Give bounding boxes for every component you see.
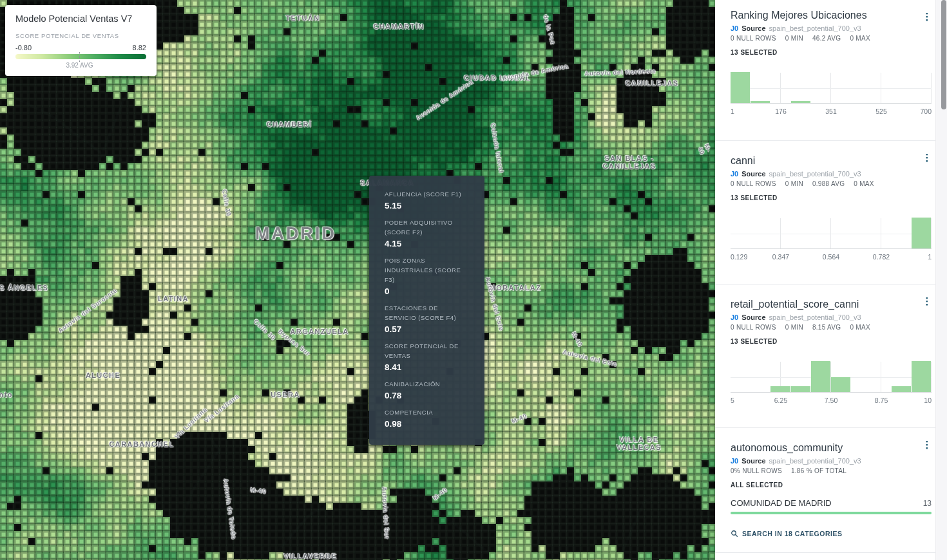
tooltip-item-label: CANIBALIZACIÓN bbox=[385, 379, 472, 389]
axis-tick-label: 8.75 bbox=[875, 397, 888, 404]
widget-canni: canni ⋮ J0Sourcespain_best_potential_700… bbox=[715, 141, 947, 285]
tooltip-item-value: 0.98 bbox=[385, 418, 472, 430]
axis-tick-label: 7.50 bbox=[825, 397, 837, 404]
tooltip-item-value: 0 bbox=[385, 286, 472, 297]
histogram-bar[interactable] bbox=[791, 386, 810, 392]
histogram-bar[interactable] bbox=[731, 72, 750, 103]
axis-tick-label: 0.564 bbox=[823, 253, 839, 261]
widgets-sidebar: Ranking Mejores Ubicaciones ⋮ J0Sourcesp… bbox=[715, 0, 947, 560]
stat-item: 0.988 AVG bbox=[812, 180, 845, 187]
tooltip-item-value: 5.15 bbox=[385, 200, 472, 212]
tooltip-item-value: 4.15 bbox=[385, 238, 472, 250]
kebab-menu-icon[interactable]: ⋮ bbox=[921, 438, 933, 451]
widget-title: canni bbox=[731, 155, 932, 167]
axis-tick-label: 525 bbox=[875, 107, 887, 115]
stat-item: 0 NULL ROWS bbox=[731, 35, 776, 42]
legend-subtitle: SCORE POTENCIAL DE VENTAS bbox=[15, 32, 146, 39]
histogram-bar[interactable] bbox=[770, 386, 790, 392]
tooltip-item: COMPETENCIA0.98 bbox=[385, 407, 472, 430]
tooltip-item: POIS ZONAS INDUSTRIALES (SCORE F3)0 bbox=[385, 256, 472, 297]
widget-ranking-mejores-ubicaciones: Ranking Mejores Ubicaciones ⋮ J0Sourcesp… bbox=[715, 0, 947, 141]
histogram-bar[interactable] bbox=[751, 101, 770, 103]
stat-item: 0 NULL ROWS bbox=[731, 180, 776, 187]
stat-item: 0 MIN bbox=[785, 180, 803, 187]
tooltip-item: CANIBALIZACIÓN0.78 bbox=[385, 379, 472, 402]
histogram-bar[interactable] bbox=[791, 101, 810, 103]
kebab-menu-icon[interactable]: ⋮ bbox=[921, 151, 933, 164]
widget-title: Ranking Mejores Ubicaciones bbox=[731, 10, 932, 21]
widget-stats: 0 NULL ROWS0 MIN0.988 AVG0 MAX bbox=[731, 180, 932, 187]
tooltip-item-label: POIS ZONAS INDUSTRIALES (SCORE F3) bbox=[385, 256, 472, 285]
widget-autonomous-community: autonomous_community ⋮ J0Sourcespain_bes… bbox=[715, 428, 947, 553]
stat-item: 46.2 AVG bbox=[812, 35, 841, 42]
category-row[interactable]: COMUNIDAD DE MADRID 13 bbox=[731, 498, 932, 508]
map-canvas[interactable] bbox=[0, 0, 715, 560]
sidebar-scrollbar-thumb[interactable] bbox=[941, 0, 946, 109]
histogram bbox=[731, 362, 932, 393]
source-value: spain_best_potential_700_v3 bbox=[769, 457, 861, 465]
axis-tick-label: 351 bbox=[825, 107, 837, 115]
tooltip-item: AFLUENCIA (SCORE F1)5.15 bbox=[385, 189, 472, 212]
source-label: Source bbox=[741, 170, 765, 178]
gridline bbox=[731, 234, 932, 234]
kebab-menu-icon[interactable]: ⋮ bbox=[921, 295, 933, 308]
axis-tick-label: 700 bbox=[920, 107, 932, 115]
histogram-bar[interactable] bbox=[892, 386, 911, 392]
histogram-bar[interactable] bbox=[912, 361, 931, 392]
stat-item: 0 MAX bbox=[854, 180, 874, 187]
source-value: spain_best_potential_700_v3 bbox=[769, 313, 861, 321]
source-label: Source bbox=[741, 313, 765, 321]
stat-item: 0 MIN bbox=[785, 35, 803, 42]
layer-badge: J0 bbox=[731, 457, 738, 465]
stat-item: 0 MAX bbox=[850, 324, 870, 331]
legend-max: 8.82 bbox=[133, 44, 146, 51]
histogram bbox=[731, 73, 932, 104]
histogram bbox=[731, 218, 932, 249]
histogram-ticks: 1176351525700 bbox=[731, 107, 932, 118]
legend-avg-value: 3.92 AVG bbox=[66, 62, 93, 69]
source-value: spain_best_potential_700_v3 bbox=[769, 24, 861, 32]
source-label: Source bbox=[741, 24, 765, 32]
axis-tick-label: 5 bbox=[731, 397, 734, 404]
axis-tick-label: 10 bbox=[924, 397, 932, 404]
axis-tick-label: 6.25 bbox=[774, 397, 787, 404]
legend-card: Modelo Potencial Ventas V7 SCORE POTENCI… bbox=[5, 5, 157, 76]
stat-item: 0 MIN bbox=[785, 324, 803, 331]
histogram-ticks: 0.1290.3470.5640.7821 bbox=[731, 253, 932, 263]
selected-count: 13 SELECTED bbox=[731, 49, 932, 56]
stat-item: 1.86 % OF TOTAL bbox=[791, 467, 847, 474]
layer-badge: J0 bbox=[731, 170, 738, 178]
search-icon bbox=[731, 530, 738, 537]
axis-tick-label: 176 bbox=[775, 107, 787, 115]
legend-min: -0.80 bbox=[15, 44, 32, 51]
selected-count: ALL SELECTED bbox=[731, 481, 932, 489]
axis-tick-label: 0.782 bbox=[873, 253, 890, 261]
stat-item: 0% NULL ROWS bbox=[731, 467, 782, 474]
category-bar[interactable] bbox=[731, 512, 932, 514]
stat-item: 0 NULL ROWS bbox=[731, 324, 776, 331]
histogram-bar[interactable] bbox=[811, 361, 830, 392]
kebab-menu-icon[interactable]: ⋮ bbox=[921, 10, 933, 23]
widget-retail-potential-score-canni: retail_potential_score_canni ⋮ J0Sources… bbox=[715, 285, 947, 428]
source-value: spain_best_potential_700_v3 bbox=[769, 170, 861, 178]
tooltip-item-label: COMPETENCIA bbox=[385, 407, 472, 417]
tooltip-item: SCORE POTENCIAL DE VENTAS8.41 bbox=[385, 341, 472, 373]
tooltip-item: ESTACIONES DE SERVICIO (SCORE F4)0.57 bbox=[385, 303, 472, 335]
histogram-bar[interactable] bbox=[831, 377, 850, 392]
search-categories-button[interactable]: SEARCH IN 18 CATEGORIES bbox=[731, 530, 932, 537]
layer-badge: J0 bbox=[731, 313, 738, 321]
map-tooltip: AFLUENCIA (SCORE F1)5.15PODER ADQUISITIV… bbox=[369, 176, 484, 445]
layer-badge: J0 bbox=[731, 24, 738, 32]
sidebar-scrollbar-track[interactable] bbox=[935, 0, 947, 560]
tooltip-item-value: 8.41 bbox=[385, 362, 472, 373]
tooltip-item-value: 0.78 bbox=[385, 390, 472, 402]
stat-item: 8.15 AVG bbox=[812, 324, 841, 331]
tooltip-item-label: PODER ADQUISITIVO (SCORE F2) bbox=[385, 218, 472, 237]
widget-stats: 0 NULL ROWS0 MIN46.2 AVG0 MAX bbox=[731, 35, 932, 42]
map-viewport[interactable]: TETUÁNCHAMARTÍNCIUDAD LINEALCANILLEJASCH… bbox=[0, 0, 715, 560]
category-count: 13 bbox=[923, 499, 932, 508]
histogram-bar[interactable] bbox=[912, 218, 931, 248]
histogram-ticks: 56.257.508.7510 bbox=[731, 397, 932, 407]
legend-title: Modelo Potencial Ventas V7 bbox=[15, 14, 146, 24]
widget-title: autonomous_community bbox=[731, 442, 932, 454]
